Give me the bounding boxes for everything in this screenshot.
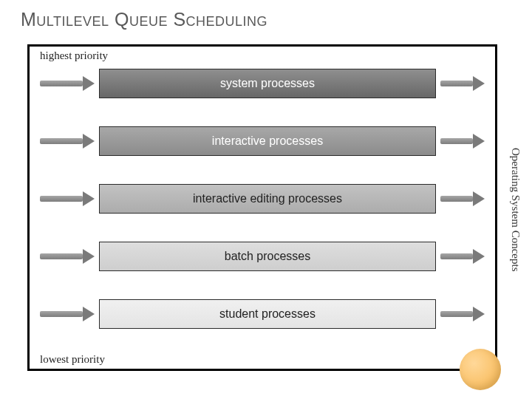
queue-row: interactive editing processes	[40, 184, 485, 214]
arrow-out-icon	[440, 134, 485, 149]
queue-box-batch: batch processes	[99, 242, 436, 271]
queue-row: system processes	[40, 69, 485, 98]
arrow-out-icon	[440, 307, 485, 321]
queue-box-interactive: interactive processes	[99, 126, 436, 156]
queue-box-student: student processes	[99, 299, 436, 329]
queue-box-system: system processes	[99, 69, 436, 98]
side-caption: Operating System Concepts	[509, 148, 522, 271]
priority-high-label: highest priority	[40, 50, 108, 62]
queue-row: student processes	[40, 299, 485, 329]
queue-list: system processes interactive processes i…	[30, 69, 495, 329]
priority-low-label: lowest priority	[40, 353, 105, 366]
arrow-in-icon	[40, 76, 95, 91]
arrow-in-icon	[40, 134, 95, 149]
queue-box-interactive-editing: interactive editing processes	[99, 184, 436, 214]
arrow-out-icon	[440, 76, 485, 91]
diagram-frame: highest priority lowest priority system …	[27, 44, 497, 371]
arrow-out-icon	[440, 191, 485, 206]
queue-row: interactive processes	[40, 126, 485, 156]
accent-circle-icon	[460, 349, 501, 390]
arrow-in-icon	[40, 307, 95, 321]
page-title: Multilevel Queue Scheduling	[21, 9, 267, 30]
arrow-out-icon	[440, 249, 485, 264]
queue-row: batch processes	[40, 242, 485, 271]
arrow-in-icon	[40, 191, 95, 206]
arrow-in-icon	[40, 249, 95, 264]
